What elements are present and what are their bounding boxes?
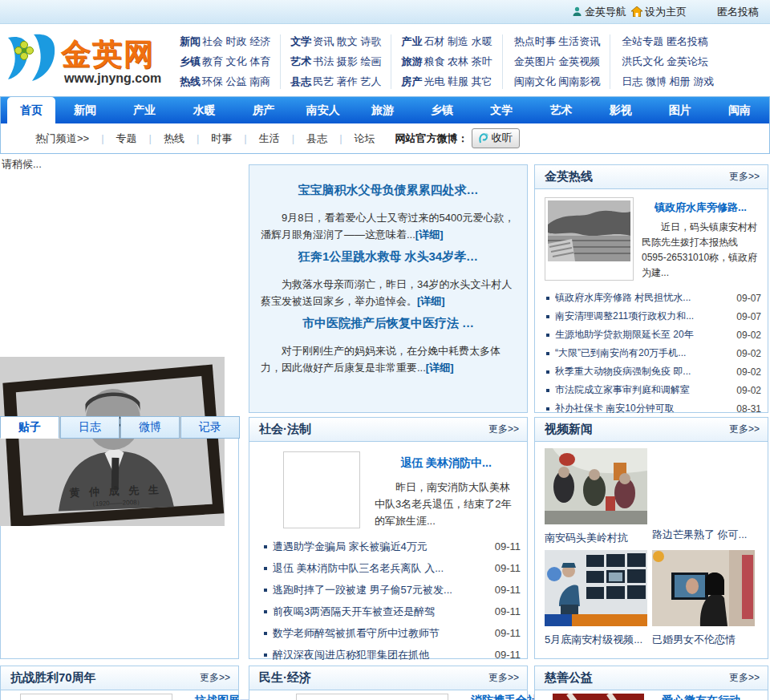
header-link-row[interactable]: 全站专题 匿名投稿 [620, 33, 714, 51]
header-link-row[interactable]: 新闻社会 时政 经济 [180, 33, 270, 51]
news-link[interactable]: 前夜喝3两酒隔天开车被查还是醉驾 [273, 605, 490, 619]
headline-title[interactable]: 狂奔1公里跳水救母 水头34岁孝… [261, 249, 516, 265]
detail-link[interactable]: [详细] [426, 362, 454, 374]
economy-more-link[interactable]: 更多>> [488, 671, 519, 685]
subnav-hotline[interactable]: 热线 [152, 132, 197, 146]
link-rest[interactable]: 书法 摄影 绘画 [313, 55, 381, 67]
nav-tab-nananren[interactable]: 南安人 [294, 97, 353, 123]
subnav-special[interactable]: 专题 [104, 132, 149, 146]
nav-tab-travel[interactable]: 旅游 [353, 97, 412, 123]
detail-link[interactable]: [详细] [417, 295, 445, 307]
news-link[interactable]: 市法院成立家事审判庭和调解室 [555, 383, 732, 397]
header-link-row[interactable]: 文学资讯 散文 诗歌 [290, 33, 381, 51]
link-rest[interactable]: 日志 微博 相册 游戏 [622, 75, 714, 87]
nav-tab-news[interactable]: 新闻 [55, 97, 115, 123]
war-more-link[interactable]: 更多>> [200, 671, 230, 685]
society-featured-photo[interactable] [283, 451, 360, 528]
tab-records[interactable]: 记录 [180, 416, 240, 439]
link-rest[interactable]: 洪氏文化 金英论坛 [622, 55, 708, 67]
link-lead[interactable]: 新闻 [180, 35, 201, 47]
headline-title[interactable]: 市中医院推产后恢复中医疗法 … [261, 316, 516, 331]
video-more-link[interactable]: 更多>> [729, 423, 760, 436]
news-link[interactable]: 逃跑时摔了一跤被逮 男子偷57元被发... [273, 583, 490, 597]
news-link[interactable]: 数学老师醉驾被抓看守所中过教师节 [273, 626, 490, 641]
link-lead[interactable]: 热线 [180, 75, 201, 87]
site-logo[interactable]: 金英网 www.jnyng.com [6, 31, 167, 91]
link-rest[interactable]: 教育 文化 体育 [202, 55, 270, 67]
news-link[interactable]: 生源地助学贷款期限延长至 20年 [555, 328, 732, 342]
link-lead[interactable]: 乡镇 [180, 55, 201, 67]
society-featured-title[interactable]: 退伍 美林消防中... [375, 456, 517, 471]
video-caption[interactable]: 南安码头美岭村抗 [545, 528, 652, 548]
header-link-row[interactable]: 县志民艺 著作 艺人 [290, 73, 381, 91]
news-link[interactable]: 补办社保卡 南安10分钟可取 [555, 402, 732, 415]
header-link-row[interactable]: 金英图片 金英视频 [513, 53, 601, 71]
link-rest[interactable]: 光电 鞋服 其它 [424, 75, 492, 87]
link-rest[interactable]: 资讯 散文 诗歌 [313, 35, 381, 47]
video-thumbnail-tv[interactable] [652, 550, 755, 626]
header-link-row[interactable]: 旅游粮食 农林 茶叶 [401, 53, 492, 71]
headline-title[interactable]: 宝宝脑积水父母负债累累四处求… [261, 183, 516, 198]
news-link[interactable]: 南安清理调整211项行政权力和... [555, 310, 732, 323]
nav-tab-literature[interactable]: 文学 [472, 97, 531, 123]
site-nav-link[interactable]: 金英导航 [572, 5, 626, 19]
war-featured-photo[interactable] [20, 694, 172, 700]
nav-tab-art[interactable]: 艺术 [531, 97, 590, 123]
video-thumbnail-police[interactable] [545, 550, 647, 626]
header-link-row[interactable]: 洪氏文化 金英论坛 [620, 53, 714, 71]
news-link[interactable]: 镇政府水库旁修路 村民担忧水... [555, 291, 732, 305]
link-lead[interactable]: 旅游 [401, 55, 422, 67]
link-lead[interactable]: 房产 [401, 75, 422, 87]
news-link[interactable]: 遭遇助学金骗局 家长被骗近4万元 [273, 540, 490, 554]
header-link-row[interactable]: 房产光电 鞋服 其它 [401, 73, 492, 91]
link-rest[interactable]: 金英图片 金英视频 [514, 55, 601, 67]
hotline-more-link[interactable]: 更多>> [729, 170, 760, 184]
subnav-county[interactable]: 县志 [294, 132, 339, 146]
link-rest[interactable]: 石材 制造 水暖 [424, 35, 492, 47]
news-link[interactable]: 退伍 美林消防中队三名老兵离队 入... [273, 561, 490, 576]
link-rest[interactable]: 环保 公益 南商 [202, 75, 270, 87]
nav-tab-industry[interactable]: 产业 [115, 97, 174, 123]
portrait-photo[interactable]: 黄 仲 成 先 生 （1920——2008） [0, 357, 225, 526]
header-link-row[interactable]: 乡镇教育 文化 体育 [180, 53, 270, 71]
header-link-row[interactable]: 热点时事 生活资讯 [513, 33, 601, 51]
header-link-row[interactable]: 热线环保 公益 南商 [180, 73, 270, 91]
economy-featured-photo[interactable] [296, 694, 448, 700]
nav-tab-township[interactable]: 乡镇 [412, 97, 472, 123]
nav-tab-pictures[interactable]: 图片 [650, 97, 710, 123]
header-link-row[interactable]: 日志 微博 相册 游戏 [620, 73, 714, 91]
subnav-life[interactable]: 生活 [247, 132, 292, 146]
link-lead[interactable]: 艺术 [290, 55, 311, 67]
news-link[interactable]: 醉汉深夜闯进店称犯罪集团在抓他 [273, 648, 490, 662]
detail-link[interactable]: [详细] [415, 229, 444, 241]
hotline-featured-title[interactable]: 镇政府水库旁修路... [642, 200, 760, 215]
header-link-row[interactable]: 闽南文化 闽南影视 [513, 73, 601, 91]
nav-tab-plumbing[interactable]: 水暖 [174, 97, 233, 123]
anonymous-submit-link[interactable]: 匿名投稿 [717, 5, 759, 19]
link-rest[interactable]: 粮食 农林 茶叶 [424, 55, 492, 67]
nav-tab-home[interactable]: 首页 [7, 97, 55, 123]
tab-weibo[interactable]: 微博 [120, 416, 180, 439]
charity-featured-photo[interactable] [553, 694, 644, 700]
link-rest[interactable]: 社会 时政 经济 [202, 35, 270, 47]
subnav-hot-channels[interactable]: 热门频道>> [23, 132, 101, 146]
link-rest[interactable]: 热点时事 生活资讯 [514, 35, 601, 47]
video-thumbnail-elderly[interactable] [545, 448, 647, 524]
link-rest[interactable]: 闽南文化 闽南影视 [514, 75, 601, 87]
video-thumbnail-empty[interactable] [652, 448, 755, 524]
tab-blogs[interactable]: 日志 [60, 416, 120, 439]
link-rest[interactable]: 全站专题 匿名投稿 [622, 35, 708, 47]
link-lead[interactable]: 县志 [290, 75, 311, 87]
news-link[interactable]: “大限”已到南安尚有20万手机... [555, 346, 732, 360]
link-lead[interactable]: 文学 [290, 35, 311, 47]
set-homepage-link[interactable]: 设为主页 [631, 5, 687, 19]
weibo-listen-button[interactable]: 收听 [472, 128, 520, 148]
charity-more-link[interactable]: 更多>> [729, 671, 760, 685]
subnav-forum[interactable]: 论坛 [342, 132, 387, 146]
video-caption[interactable]: 已婚男女不伦恋情 [652, 629, 760, 650]
nav-tab-minnan[interactable]: 闽南 [710, 97, 769, 123]
header-link-row[interactable]: 艺术书法 摄影 绘画 [290, 53, 381, 71]
subnav-current[interactable]: 时事 [199, 132, 244, 146]
link-rest[interactable]: 民艺 著作 艺人 [313, 75, 381, 87]
link-lead[interactable]: 产业 [401, 35, 422, 47]
